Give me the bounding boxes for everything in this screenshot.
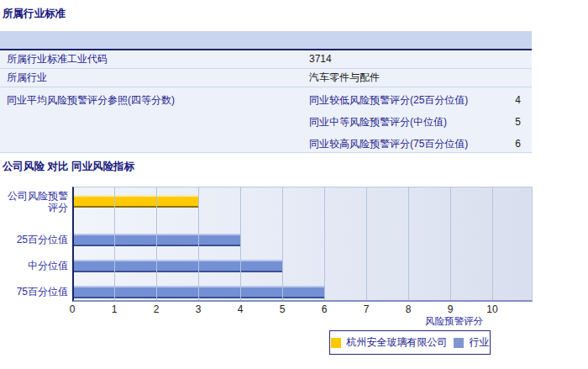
subrow-value: 5 bbox=[515, 111, 521, 133]
legend-label-company: 杭州安全玻璃有限公司 bbox=[347, 335, 448, 350]
subrow-label: 同业较低风险预警评分(25百分位值) bbox=[309, 89, 468, 111]
legend-label-industry: 行业 bbox=[470, 335, 490, 350]
subrow-value: 6 bbox=[515, 133, 521, 155]
plot-area bbox=[72, 187, 533, 302]
x-tick-label: 7 bbox=[354, 303, 379, 315]
quartile-subrows: 同业较低风险预警评分(25百分位值) 4 同业中等风险预警评分(中位值) 5 同… bbox=[309, 89, 521, 155]
gridline bbox=[282, 187, 283, 300]
gridline bbox=[156, 187, 157, 300]
x-tick-label: 0 bbox=[60, 303, 85, 315]
x-tick-label: 6 bbox=[312, 303, 337, 315]
row-label: 所属行业 bbox=[7, 69, 47, 87]
chart-category-label: 公司风险预警评分 bbox=[0, 190, 68, 213]
table-row: 所属行业 汽车零件与配件 bbox=[0, 69, 532, 87]
chart-category-label: 75百分位值 bbox=[0, 286, 68, 298]
row-value: 汽车零件与配件 bbox=[309, 69, 380, 87]
section-title-risk-comparison: 公司风险 对比 同业风险指标 bbox=[3, 160, 134, 174]
x-axis-title: 风险预警评分 bbox=[349, 315, 483, 328]
x-tick-label: 10 bbox=[480, 303, 505, 315]
row-value: 3714 bbox=[309, 50, 332, 68]
gridline bbox=[324, 187, 325, 300]
x-tick-label: 2 bbox=[144, 303, 169, 315]
gridline bbox=[450, 187, 451, 300]
chart-legend: 杭州安全玻璃有限公司 行业 bbox=[329, 330, 491, 355]
x-tick-label: 5 bbox=[270, 303, 295, 315]
row-label: 所属行业标准工业代码 bbox=[7, 50, 108, 68]
x-tick-label: 4 bbox=[228, 303, 253, 315]
x-tick-label: 8 bbox=[396, 303, 421, 315]
gridline bbox=[366, 187, 367, 300]
subrow-label: 同业较高风险预警评分(75百分位值) bbox=[309, 133, 468, 155]
gridline bbox=[198, 187, 199, 300]
chart-category-label: 中分位值 bbox=[0, 260, 68, 271]
chart-category-label: 25百分位值 bbox=[0, 234, 68, 245]
x-tick-label: 1 bbox=[102, 303, 127, 315]
gridline bbox=[240, 187, 241, 300]
bar-median bbox=[74, 260, 282, 272]
quartile-subrow: 同业中等风险预警评分(中位值) 5 bbox=[309, 111, 521, 133]
subrow-value: 4 bbox=[515, 89, 521, 111]
subrow-label: 同业中等风险预警评分(中位值) bbox=[309, 111, 447, 133]
gridline bbox=[408, 187, 409, 300]
bar-75th-percentile bbox=[74, 286, 324, 298]
bar-company-score bbox=[74, 195, 198, 208]
x-tick-label: 9 bbox=[438, 303, 463, 315]
x-tick-label: 3 bbox=[186, 303, 211, 315]
quartile-subrow: 同业较低风险预警评分(25百分位值) 4 bbox=[309, 89, 521, 111]
report-page: 所属行业标准 所属行业标准工业代码 3714 所属行业 汽车零件与配件 同业平均… bbox=[0, 0, 588, 369]
legend-swatch-company bbox=[331, 338, 341, 348]
table-row: 所属行业标准工业代码 3714 bbox=[0, 50, 532, 69]
table-header-band bbox=[0, 31, 532, 50]
row-label: 同业平均风险预警评分参照(四等分数) bbox=[7, 92, 175, 109]
gridline bbox=[492, 187, 493, 300]
bar-25th-percentile bbox=[74, 234, 240, 246]
table-row-quartiles: 同业平均风险预警评分参照(四等分数) 同业较低风险预警评分(25百分位值) 4 … bbox=[0, 87, 532, 153]
legend-swatch-industry bbox=[454, 338, 464, 348]
quartile-subrow: 同业较高风险预警评分(75百分位值) 6 bbox=[309, 133, 521, 155]
section-title-industry-standard: 所属行业标准 bbox=[3, 7, 66, 21]
gridline bbox=[114, 187, 115, 300]
